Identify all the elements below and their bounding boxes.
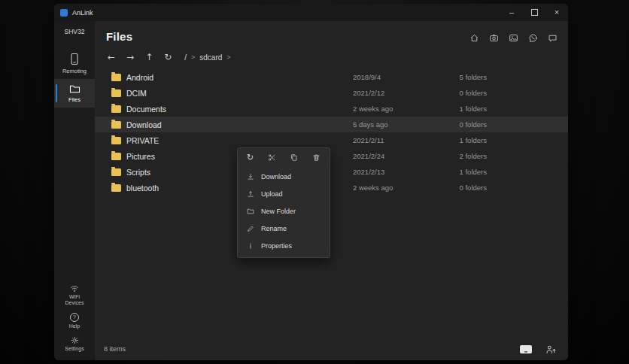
file-name: Android <box>126 73 153 82</box>
delete-icon[interactable] <box>312 153 321 162</box>
main-panel: Files <box>95 21 568 360</box>
file-modified: 2021/2/24 <box>353 152 421 160</box>
breadcrumb: / > sdcard > <box>184 53 230 62</box>
chevron-right-icon: > <box>191 53 195 61</box>
folder-icon <box>111 153 121 160</box>
breadcrumb-segment-sdcard[interactable]: sdcard <box>199 53 222 62</box>
wifi-icon <box>70 284 79 293</box>
file-info: 1 folders <box>421 168 487 176</box>
device-name: SHV32 <box>65 28 85 35</box>
folder-icon <box>111 105 121 113</box>
refresh-icon[interactable]: ↻ <box>247 153 254 162</box>
folder-icon <box>111 74 121 81</box>
download-icon <box>247 173 254 180</box>
maximize-icon <box>531 9 538 16</box>
menu-item-rename[interactable]: Rename <box>238 220 330 237</box>
upload-icon <box>247 190 254 198</box>
file-info: 0 folders <box>421 89 487 97</box>
title-bar: AnLink – × <box>54 4 568 21</box>
sidebar-item-help[interactable]: ? Help <box>54 310 95 332</box>
sidebar-item-label: Files <box>68 96 81 103</box>
file-info: 5 folders <box>421 73 487 81</box>
menu-item-new-folder[interactable]: New Folder <box>238 202 330 220</box>
file-modified: 2021/2/12 <box>353 89 421 97</box>
chat-icon[interactable] <box>548 33 558 43</box>
table-row[interactable]: Pictures 2021/2/24 2 folders <box>95 148 568 164</box>
folder-icon <box>111 121 121 129</box>
back-icon[interactable]: ← <box>108 53 115 62</box>
table-row-selected[interactable]: Download 5 days ago 0 folders <box>95 117 568 132</box>
status-bar: 8 items <box>95 338 568 360</box>
refresh-icon[interactable]: ↻ <box>164 53 172 62</box>
close-button[interactable]: × <box>545 4 568 21</box>
table-row[interactable]: bluetooth 2 weeks ago 0 folders <box>95 180 568 196</box>
user-transfer-button[interactable] <box>541 342 561 356</box>
minimize-button[interactable]: – <box>500 4 523 21</box>
file-name: Documents <box>126 105 166 114</box>
items-count: 8 items <box>104 345 126 353</box>
folder-icon <box>111 137 121 144</box>
table-row[interactable]: Android 2018/9/4 5 folders <box>95 69 568 85</box>
table-row[interactable]: Scripts 2021/2/13 1 folders <box>95 164 568 180</box>
menu-item-upload[interactable]: Upload <box>238 185 330 202</box>
file-info: 0 folders <box>421 184 487 192</box>
file-modified: 2 weeks ago <box>353 184 421 192</box>
menu-item-properties[interactable]: Properties <box>238 237 330 254</box>
table-row[interactable]: PRIVATE 2021/2/11 1 folders <box>95 132 568 148</box>
sidebar-item-wifi-devices[interactable]: WiFi Devices <box>54 281 95 309</box>
rename-icon <box>247 225 254 232</box>
forward-icon[interactable]: → <box>126 53 134 62</box>
file-name: bluetooth <box>126 184 159 193</box>
file-modified: 2021/2/13 <box>353 168 421 176</box>
file-info: 2 folders <box>421 152 487 160</box>
sidebar-item-label: Help <box>69 323 80 329</box>
anlink-window: AnLink – × SHV32 Remoting Files <box>54 4 568 360</box>
sidebar-item-settings[interactable]: Settings <box>54 333 95 355</box>
gear-icon <box>71 336 79 344</box>
file-name: Download <box>126 120 162 129</box>
window-title: AnLink <box>72 9 93 17</box>
gallery-icon[interactable] <box>509 33 518 43</box>
context-menu-quick-actions: ↻ <box>238 148 330 168</box>
chevron-right-icon: > <box>226 53 230 61</box>
file-name: Pictures <box>126 152 155 161</box>
copy-icon[interactable] <box>290 153 298 162</box>
file-modified: 5 days ago <box>353 120 421 129</box>
window-controls: – × <box>500 4 568 21</box>
camera-icon[interactable] <box>489 33 499 43</box>
context-menu: ↻ Download Uploa <box>237 147 330 258</box>
sidebar-bottom: WiFi Devices ? Help Settings <box>54 281 95 360</box>
page-title: Files <box>106 30 132 43</box>
menu-item-download[interactable]: Download <box>238 168 330 185</box>
sidebar-item-remoting[interactable]: Remoting <box>54 47 95 79</box>
navigation-toolbar: ← → ↑ ↻ / > sdcard > <box>95 43 568 62</box>
table-row[interactable]: DCIM 2021/2/12 0 folders <box>95 85 568 101</box>
sidebar-item-label: WiFi Devices <box>61 294 88 306</box>
help-icon: ? <box>70 313 79 322</box>
screen-icon <box>519 344 533 354</box>
up-icon[interactable]: ↑ <box>145 53 153 62</box>
sidebar-item-label: Settings <box>65 346 84 352</box>
folder-icon <box>111 89 121 97</box>
user-arrow-icon <box>545 344 557 354</box>
sidebar-item-files[interactable]: Files <box>54 79 95 108</box>
folder-icon <box>111 168 121 176</box>
file-list: Android 2018/9/4 5 folders DCIM 2021/2/1… <box>95 69 568 338</box>
app-logo-icon <box>60 9 68 17</box>
home-icon[interactable] <box>469 33 479 43</box>
main-header: Files <box>95 21 568 43</box>
file-name: DCIM <box>126 89 147 98</box>
maximize-button[interactable] <box>523 4 545 21</box>
header-icons <box>469 33 558 43</box>
status-buttons <box>516 342 561 356</box>
menu-item-label: New Folder <box>261 208 296 215</box>
screen-mirror-button[interactable] <box>516 342 536 356</box>
breadcrumb-root[interactable]: / <box>184 53 187 62</box>
cut-icon[interactable] <box>268 153 276 162</box>
whatsapp-icon[interactable] <box>528 33 538 43</box>
menu-item-label: Download <box>261 173 291 180</box>
file-modified: 2018/9/4 <box>353 73 421 81</box>
table-row[interactable]: Documents 2 weeks ago 1 folders <box>95 101 568 117</box>
file-modified: 2021/2/11 <box>353 136 421 144</box>
sidebar-item-label: Remoting <box>62 68 87 74</box>
